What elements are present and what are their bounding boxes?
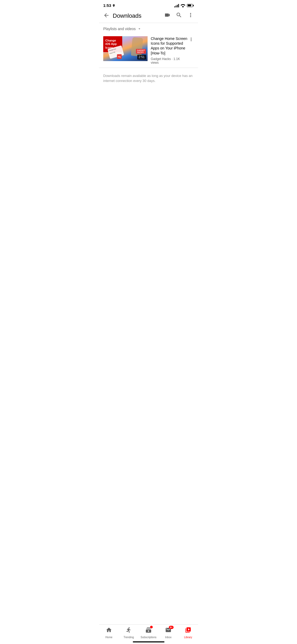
back-button[interactable]	[103, 12, 110, 20]
toolbar: Downloads	[99, 10, 198, 23]
video-meta: Gadget Hacks · 1.1K views	[151, 57, 187, 65]
toolbar-actions	[164, 12, 194, 20]
video-camera-icon[interactable]	[164, 12, 171, 20]
status-icons	[174, 4, 194, 7]
video-text: Change Home Screen Icons for Supported A…	[151, 36, 187, 65]
page-title: Downloads	[113, 12, 164, 19]
wifi-icon	[181, 4, 185, 7]
battery-icon	[187, 4, 194, 7]
search-icon[interactable]	[176, 12, 182, 20]
more-options-icon[interactable]	[187, 12, 194, 20]
video-duration: 2:51	[137, 55, 146, 59]
downloads-notice: Downloads remain available as long as yo…	[99, 68, 198, 89]
video-thumbnail[interactable]: Change iOS App Icons Change Icon Share H…	[103, 36, 148, 61]
status-time: 1:53	[103, 3, 115, 8]
location-icon	[112, 4, 115, 7]
gadget-hacks-badge: GADGETHACKS	[136, 49, 146, 54]
status-bar: 1:53	[99, 0, 198, 10]
video-more-button[interactable]	[188, 36, 194, 43]
signal-bars-icon	[174, 4, 179, 7]
filter-dropdown[interactable]: Playlists and videos	[99, 23, 198, 34]
video-item: Change iOS App Icons Change Icon Share H…	[99, 34, 198, 68]
video-title[interactable]: Change Home Screen Icons for Supported A…	[151, 36, 187, 56]
filter-label: Playlists and videos	[103, 27, 136, 31]
dropdown-chevron-icon	[137, 27, 142, 31]
video-info: Change Home Screen Icons for Supported A…	[151, 36, 194, 65]
